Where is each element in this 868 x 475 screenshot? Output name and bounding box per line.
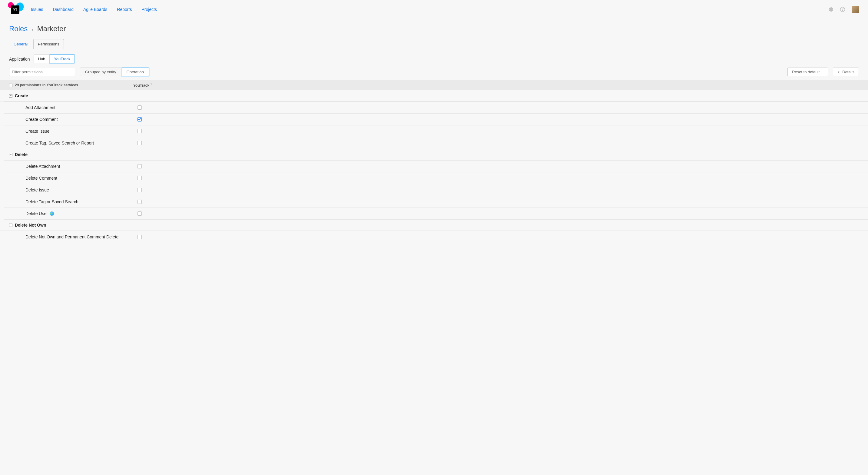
group-name: Delete Not Own	[15, 222, 46, 228]
gear-icon[interactable]	[828, 6, 834, 12]
nav-dashboard[interactable]: Dashboard	[53, 7, 73, 12]
permission-row: Delete Not Own and Permanent Comment Del…	[4, 231, 868, 243]
permission-row: Delete Comment	[4, 172, 868, 184]
application-toolbar: Application Hub YouTrack	[9, 55, 859, 63]
filter-toolbar: Grouped by entity Operation Reset to def…	[9, 67, 859, 76]
permission-label: Delete Issue	[26, 187, 49, 192]
permission-checkbox[interactable]	[137, 200, 142, 204]
app-youtrack[interactable]: YouTrack	[50, 55, 75, 63]
group-name: Delete	[15, 152, 28, 157]
tabs: General Permissions	[9, 39, 859, 49]
permission-checkbox[interactable]	[137, 129, 142, 133]
permission-label: Delete Tag or Saved Search	[26, 199, 79, 204]
group-row[interactable]: −Create	[0, 90, 868, 101]
help-icon[interactable]	[840, 6, 845, 12]
permission-row: Delete Issue	[4, 184, 868, 196]
permission-row: Create Issue	[4, 125, 868, 137]
grouping-toggle: Grouped by entity Operation	[80, 67, 149, 76]
details-label: Details	[842, 70, 855, 74]
breadcrumb-sep: ›	[31, 26, 33, 32]
permission-checkbox[interactable]	[137, 141, 142, 145]
permission-checkbox[interactable]	[137, 164, 142, 169]
column-youtrack: YouTrack	[133, 83, 149, 88]
permission-checkbox[interactable]	[137, 188, 142, 192]
nav-projects[interactable]: Projects	[142, 7, 157, 12]
column-youtrack-sup: 1	[150, 83, 152, 86]
filter-input[interactable]	[9, 68, 75, 76]
nav-links: Issues Dashboard Agile Boards Reports Pr…	[31, 7, 157, 12]
application-label: Application	[9, 57, 30, 61]
permission-label: Delete Not Own and Permanent Comment Del…	[26, 235, 118, 239]
permission-row: Delete Tag or Saved Search	[4, 196, 868, 208]
application-toggle: Hub YouTrack	[34, 55, 75, 63]
permission-label: Delete Comment	[26, 176, 57, 181]
permission-checkbox[interactable]	[137, 117, 142, 121]
permission-row: Delete Attachment	[4, 160, 868, 172]
permission-row: Create Comment	[4, 114, 868, 125]
collapse-icon[interactable]: −	[9, 224, 12, 227]
permission-label: Create Tag, Saved Search or Report	[26, 141, 94, 145]
top-header: YT Issues Dashboard Agile Boards Reports…	[0, 0, 868, 19]
group-by-operation[interactable]: Operation	[122, 67, 149, 76]
permission-row: Create Tag, Saved Search or Report	[4, 137, 868, 149]
group-row[interactable]: −Delete Not Own	[0, 219, 868, 231]
group-by-entity[interactable]: Grouped by entity	[80, 67, 121, 76]
avatar[interactable]	[851, 6, 859, 13]
permission-label: Add Attachment	[26, 105, 55, 110]
breadcrumb: Roles › Marketer	[0, 19, 868, 36]
logo-text: YT	[11, 5, 20, 14]
tab-permissions[interactable]: Permissions	[33, 39, 64, 49]
permission-checkbox[interactable]	[137, 235, 142, 239]
details-button[interactable]: Details	[833, 67, 859, 76]
permission-label: Delete Attachment	[26, 164, 60, 169]
permission-checkbox[interactable]	[137, 106, 142, 110]
table-header: − 29 permissions in YouTrack services Yo…	[0, 80, 868, 90]
collapse-icon[interactable]: −	[9, 94, 12, 97]
group-row[interactable]: −Delete	[0, 149, 868, 160]
permission-row: Delete User	[4, 208, 868, 219]
breadcrumb-current: Marketer	[37, 25, 66, 33]
permission-label: Create Issue	[26, 129, 50, 133]
permission-label: Create Comment	[26, 117, 58, 122]
permission-label: Delete User	[26, 211, 48, 216]
collapse-all-icon[interactable]: −	[9, 84, 12, 87]
app-hub[interactable]: Hub	[34, 55, 50, 63]
permission-checkbox[interactable]	[137, 211, 142, 216]
permissions-count: 29 permissions in YouTrack services	[15, 83, 78, 87]
permission-checkbox[interactable]	[137, 176, 142, 180]
permissions-body: −CreateAdd AttachmentCreate CommentCreat…	[0, 90, 868, 243]
right-buttons: Reset to default… Details	[787, 67, 859, 76]
chevron-left-icon	[837, 70, 840, 73]
tab-general[interactable]: General	[9, 39, 32, 49]
youtrack-logo[interactable]: YT	[9, 3, 22, 16]
header-right	[828, 6, 859, 13]
permission-row: Add Attachment	[4, 101, 868, 114]
breadcrumb-roles[interactable]: Roles	[9, 25, 28, 33]
reset-button[interactable]: Reset to default…	[787, 67, 828, 76]
globe-icon	[50, 211, 54, 216]
group-name: Create	[15, 93, 28, 98]
collapse-icon[interactable]: −	[9, 153, 12, 156]
nav-issues[interactable]: Issues	[31, 7, 43, 12]
nav-agile-boards[interactable]: Agile Boards	[83, 7, 107, 12]
nav-reports[interactable]: Reports	[117, 7, 132, 12]
